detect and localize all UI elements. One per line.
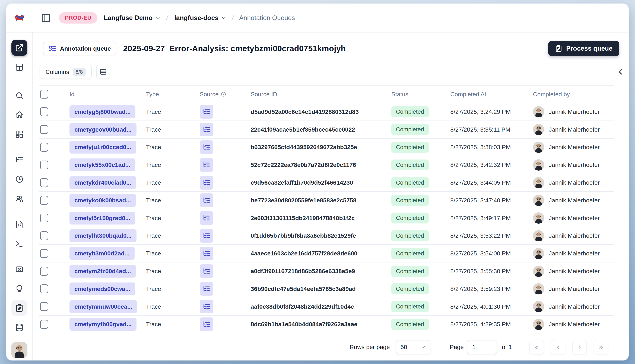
row-id-link[interactable]: cmetymyfb00gvad... bbox=[70, 318, 136, 330]
page-number-input[interactable] bbox=[467, 340, 497, 354]
row-id-link[interactable]: cmetymeds00cwa... bbox=[70, 282, 135, 295]
trace-source-icon[interactable] bbox=[200, 247, 213, 260]
sidebar-item-open-external[interactable] bbox=[12, 40, 27, 56]
table-row[interactable]: cmetyg5j800bwad... Trace d5ad9d52a00c6e1… bbox=[39, 103, 614, 121]
sidebar-item-evaluation[interactable] bbox=[12, 262, 27, 277]
table-row[interactable]: cmetymmuw00cea... Trace aaf0c38db0f3f204… bbox=[39, 298, 614, 316]
row-id-link[interactable]: cmetyl5r100grad0... bbox=[70, 212, 135, 224]
row-checkbox[interactable] bbox=[40, 249, 48, 258]
annotation-queues-icon bbox=[15, 304, 24, 312]
row-id-link[interactable]: cmetyko0k00bsad... bbox=[70, 194, 136, 207]
row-checkbox[interactable] bbox=[40, 178, 48, 187]
row-id-link[interactable]: cmetygeov00buad... bbox=[70, 123, 136, 136]
trace-source-icon[interactable] bbox=[200, 264, 213, 278]
sidebar-toggle-button[interactable] bbox=[41, 13, 51, 23]
sidebar-item-tracing[interactable] bbox=[12, 152, 27, 168]
org-selector[interactable]: Langfuse Demo bbox=[104, 14, 153, 22]
row-id-link[interactable]: cmetym2fz00d4ad... bbox=[70, 265, 136, 278]
table-row[interactable]: cmetylht300bqad0... Trace 0f1dd65b7bb9bf… bbox=[39, 227, 614, 245]
trace-source-icon[interactable] bbox=[200, 282, 213, 296]
environment-badge[interactable]: PROD-EU bbox=[59, 12, 97, 24]
table-row[interactable]: cmetygeov00buad... Trace 22c41f09acae5b1… bbox=[39, 121, 614, 138]
row-id-link[interactable]: cmetyju1r00ccad0... bbox=[70, 141, 136, 154]
table-row[interactable]: cmetym2fz00d4ad... Trace a0df3f901167218… bbox=[39, 262, 614, 280]
sidebar-item-prompts[interactable] bbox=[12, 216, 27, 232]
sidebar-item-playground[interactable] bbox=[12, 236, 27, 252]
row-checkbox[interactable] bbox=[40, 214, 48, 222]
playground-icon bbox=[15, 240, 24, 248]
select-all-checkbox[interactable] bbox=[40, 90, 48, 98]
row-checkbox[interactable] bbox=[40, 302, 48, 311]
row-checkbox[interactable] bbox=[40, 284, 48, 293]
sidebar-item-home[interactable] bbox=[12, 107, 27, 122]
sidebar-item-users[interactable] bbox=[12, 191, 27, 207]
trace-source-icon[interactable] bbox=[200, 194, 213, 207]
previous-page-button[interactable]: ‹ bbox=[551, 340, 565, 354]
trace-source-icon[interactable] bbox=[200, 300, 213, 314]
header-source[interactable]: Source bbox=[200, 91, 251, 98]
columns-button[interactable]: Columns 8/8 bbox=[40, 65, 92, 79]
row-source-id: 2e603f31361115db24198478840b1f2c bbox=[251, 215, 387, 222]
row-checkbox[interactable] bbox=[40, 231, 48, 240]
trace-source-icon[interactable] bbox=[200, 122, 213, 136]
info-icon[interactable] bbox=[221, 92, 226, 97]
header-status[interactable]: Status bbox=[387, 91, 450, 98]
table-row[interactable]: cmetyl5r100grad0... Trace 2e603f31361115… bbox=[39, 210, 614, 227]
header-type[interactable]: Type bbox=[146, 91, 200, 98]
header-id[interactable]: Id bbox=[70, 91, 146, 98]
sidebar-item-annotation-queues[interactable] bbox=[12, 300, 27, 316]
row-checkbox[interactable] bbox=[40, 143, 48, 152]
row-checkbox[interactable] bbox=[40, 160, 48, 169]
row-checkbox[interactable] bbox=[40, 320, 48, 329]
chevron-down-icon[interactable] bbox=[221, 15, 227, 21]
row-height-button[interactable] bbox=[96, 65, 110, 79]
row-id-link[interactable]: cmetymmuw00cea... bbox=[70, 300, 137, 313]
header-completed-at[interactable]: Completed At bbox=[450, 91, 533, 98]
rows-per-page-select[interactable]: 50 bbox=[396, 340, 431, 354]
breadcrumb-separator: / bbox=[231, 14, 235, 22]
table-row[interactable]: cmetyko0k00bsad... Trace be7723e30d80205… bbox=[39, 192, 614, 210]
table-row[interactable]: cmetymyfb00gvad... Trace 8dc69b1ba1e540b… bbox=[39, 316, 614, 334]
row-checkbox[interactable] bbox=[40, 107, 48, 116]
table-row[interactable]: cmetyju1r00ccad0... Trace b63297665cfd44… bbox=[39, 138, 614, 156]
chevron-down-icon[interactable] bbox=[155, 15, 161, 21]
row-checkbox[interactable] bbox=[40, 267, 48, 276]
sidebar-item-dashboard[interactable] bbox=[12, 126, 27, 142]
header-source-id[interactable]: Source ID bbox=[251, 91, 387, 98]
trace-source-icon[interactable] bbox=[200, 158, 213, 172]
row-id-link[interactable]: cmetylt3m00d2ad... bbox=[70, 247, 135, 260]
table-row[interactable]: cmetykdr400ciad0... Trace c9d56ca32efaff… bbox=[39, 174, 614, 192]
row-checkbox[interactable] bbox=[40, 125, 48, 134]
trace-source-icon[interactable] bbox=[200, 140, 213, 154]
sidebar-item-datasets[interactable] bbox=[12, 320, 27, 335]
insights-icon bbox=[15, 284, 24, 293]
table-row[interactable]: cmetymeds00cwa... Trace 36b90cdfc47e5da1… bbox=[39, 280, 614, 298]
sidebar-item-search[interactable] bbox=[12, 88, 27, 104]
row-id-link[interactable]: cmetykdr400ciad0... bbox=[70, 176, 136, 189]
sidebar-item-table-view[interactable] bbox=[12, 59, 27, 75]
trace-source-icon[interactable] bbox=[200, 176, 213, 190]
first-page-button[interactable]: « bbox=[529, 340, 544, 354]
status-badge: Completed bbox=[391, 124, 429, 135]
sidebar-item-sessions[interactable] bbox=[12, 171, 27, 187]
trace-source-icon[interactable] bbox=[200, 229, 213, 242]
table-row[interactable]: cmetyk55x00c1ad... Trace 52c72c2222ea78e… bbox=[39, 156, 614, 174]
langfuse-knot-logo[interactable] bbox=[15, 14, 25, 22]
row-id-link[interactable]: cmetylht300bqad0... bbox=[70, 229, 136, 242]
last-page-button[interactable]: » bbox=[594, 340, 608, 354]
next-page-button[interactable]: › bbox=[572, 340, 587, 354]
trace-source-icon[interactable] bbox=[200, 318, 213, 331]
process-queue-button[interactable]: Process queue bbox=[548, 41, 619, 56]
trace-source-icon[interactable] bbox=[200, 105, 213, 118]
project-selector[interactable]: langfuse-docs bbox=[174, 14, 219, 22]
row-id-link[interactable]: cmetyk55x00c1ad... bbox=[70, 158, 135, 171]
sidebar-item-insights[interactable] bbox=[12, 281, 27, 296]
row-checkbox[interactable] bbox=[40, 196, 48, 205]
collapse-panel-button[interactable] bbox=[616, 66, 625, 78]
trace-source-icon[interactable] bbox=[200, 211, 213, 225]
table-row[interactable]: cmetylt3m00d2ad... Trace 4aaece1603cb2e1… bbox=[39, 245, 614, 262]
row-id-link[interactable]: cmetyg5j800bwad... bbox=[70, 106, 135, 118]
user-avatar[interactable] bbox=[11, 342, 28, 358]
header-completed-by[interactable]: Completed by bbox=[533, 91, 614, 98]
queue-type-badge[interactable]: Annotation queue bbox=[43, 42, 116, 55]
